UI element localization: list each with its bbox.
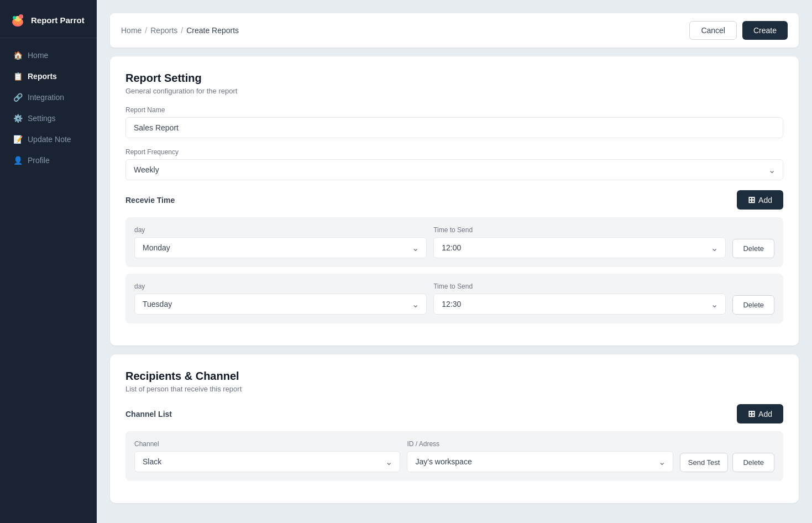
sidebar-item-profile-label: Profile (28, 156, 50, 165)
svg-point-4 (13, 16, 16, 19)
day-field-1: day Monday Tuesday Wednesday Thursday Fr… (134, 226, 427, 258)
channel-row-1: Channel Slack Email Teams ID / Adress Ja… (125, 431, 783, 481)
sidebar-item-home-label: Home (28, 51, 48, 60)
receive-time-section-header: Recevie Time ⊞ Add (125, 190, 783, 210)
add-receive-time-plus-icon: ⊞ (748, 195, 755, 205)
report-name-group: Report Name (125, 106, 783, 138)
integration-icon: 🔗 (13, 93, 22, 102)
channel-list-title: Channel List (125, 410, 172, 419)
app-name: Report Parrot (31, 15, 85, 25)
sidebar-item-integration[interactable]: 🔗 Integration (4, 87, 92, 107)
recipients-channel-card: Recipients & Channel List of person that… (110, 354, 799, 503)
id-select-wrapper-1: Jay's workspace General Notifications (407, 451, 673, 472)
channel-field-1: Channel Slack Email Teams (134, 440, 400, 472)
id-label-1: ID / Adress (407, 440, 673, 448)
reports-icon: 📋 (13, 72, 22, 81)
sidebar-item-home[interactable]: 🏠 Home (4, 45, 92, 65)
delete-time-row-1-button[interactable]: Delete (732, 239, 774, 258)
send-test-button-1[interactable]: Send Test (680, 453, 729, 472)
app-logo: Report Parrot (0, 0, 97, 38)
add-channel-button[interactable]: ⊞ Add (737, 404, 783, 423)
home-icon: 🏠 (13, 51, 22, 60)
channel-label-1: Channel (134, 440, 400, 448)
time-row-2-inner: day Monday Tuesday Wednesday Thursday Fr… (134, 283, 774, 315)
time-select-wrapper-1: 12:00 12:30 13:00 13:30 (433, 237, 726, 258)
sidebar-item-integration-label: Integration (28, 93, 64, 102)
breadcrumb-home[interactable]: Home (121, 26, 142, 35)
channel-row-1-inner: Channel Slack Email Teams ID / Adress Ja… (134, 440, 774, 472)
receive-time-title: Recevie Time (125, 196, 175, 205)
day-select-2[interactable]: Monday Tuesday Wednesday Thursday Friday… (134, 294, 427, 315)
time-to-send-label-1: Time to Send (433, 226, 726, 234)
time-to-send-field-2: Time to Send 12:00 12:30 13:00 13:30 (433, 283, 726, 315)
breadcrumb-create-reports: Create Reports (186, 26, 239, 35)
svg-point-3 (19, 14, 23, 19)
id-select-1[interactable]: Jay's workspace General Notifications (407, 451, 673, 472)
sidebar-item-settings[interactable]: ⚙️ Settings (4, 108, 92, 128)
channel-row-1-actions: Send Test Delete (680, 453, 774, 472)
report-frequency-label: Report Frequency (125, 148, 783, 156)
delete-time-row-2-button[interactable]: Delete (732, 295, 774, 315)
breadcrumb-actions: Cancel Create (689, 21, 788, 40)
report-name-input[interactable] (125, 117, 783, 138)
add-receive-time-button[interactable]: ⊞ Add (737, 190, 783, 210)
day-label-2: day (134, 283, 427, 290)
breadcrumb-reports[interactable]: Reports (150, 26, 177, 35)
main-content: Home / Reports / Create Reports Cancel C… (97, 0, 812, 523)
time-row-1-inner: day Monday Tuesday Wednesday Thursday Fr… (134, 226, 774, 258)
settings-icon: ⚙️ (13, 114, 22, 123)
report-frequency-select[interactable]: Daily Weekly Monthly (125, 159, 783, 180)
add-receive-time-label: Add (758, 196, 772, 205)
sidebar: Report Parrot 🏠 Home 📋 Reports 🔗 Integra… (0, 0, 97, 523)
sidebar-item-settings-label: Settings (28, 114, 56, 123)
recipients-channel-title: Recipients & Channel (125, 370, 783, 383)
day-field-2: day Monday Tuesday Wednesday Thursday Fr… (134, 283, 427, 315)
breadcrumb-sep-1: / (145, 26, 147, 35)
day-select-wrapper-1: Monday Tuesday Wednesday Thursday Friday… (134, 237, 427, 258)
time-row-2: day Monday Tuesday Wednesday Thursday Fr… (125, 274, 783, 323)
time-select-2[interactable]: 12:00 12:30 13:00 13:30 (433, 294, 726, 315)
sidebar-nav: 🏠 Home 📋 Reports 🔗 Integration ⚙️ Settin… (0, 38, 97, 523)
time-to-send-field-1: Time to Send 12:00 12:30 13:00 13:30 (433, 226, 726, 258)
sidebar-item-reports[interactable]: 📋 Reports (4, 66, 92, 86)
report-setting-subtitle: General configuration for the report (125, 87, 783, 95)
breadcrumb: Home / Reports / Create Reports (121, 26, 239, 35)
recipients-channel-subtitle: List of person that receive this report (125, 385, 783, 393)
time-select-wrapper-2: 12:00 12:30 13:00 13:30 (433, 294, 726, 315)
day-select-wrapper-2: Monday Tuesday Wednesday Thursday Friday… (134, 294, 427, 315)
sidebar-item-reports-label: Reports (28, 72, 57, 81)
channel-select-wrapper-1: Slack Email Teams (134, 451, 400, 472)
report-frequency-select-wrapper: Daily Weekly Monthly (125, 159, 783, 180)
update-note-icon: 📝 (13, 135, 22, 144)
add-channel-label: Add (758, 410, 772, 419)
report-setting-title: Report Setting (125, 72, 783, 85)
profile-icon: 👤 (13, 156, 22, 165)
sidebar-item-update-note[interactable]: 📝 Update Note (4, 129, 92, 149)
breadcrumb-bar: Home / Reports / Create Reports Cancel C… (110, 13, 799, 48)
day-label-1: day (134, 226, 427, 234)
sidebar-item-profile[interactable]: 👤 Profile (4, 150, 92, 170)
add-channel-plus-icon: ⊞ (748, 409, 755, 419)
delete-channel-row-1-button[interactable]: Delete (732, 453, 774, 472)
time-select-1[interactable]: 12:00 12:30 13:00 13:30 (433, 237, 726, 258)
breadcrumb-sep-2: / (181, 26, 183, 35)
report-name-label: Report Name (125, 106, 783, 114)
channel-select-1[interactable]: Slack Email Teams (134, 451, 400, 472)
time-row-1: day Monday Tuesday Wednesday Thursday Fr… (125, 217, 783, 267)
report-setting-card: Report Setting General configuration for… (110, 56, 799, 346)
id-field-1: ID / Adress Jay's workspace General Noti… (407, 440, 673, 472)
create-button[interactable]: Create (742, 21, 788, 40)
cancel-button[interactable]: Cancel (689, 21, 737, 40)
time-to-send-label-2: Time to Send (433, 283, 726, 290)
day-select-1[interactable]: Monday Tuesday Wednesday Thursday Friday… (134, 237, 427, 258)
sidebar-item-update-note-label: Update Note (28, 135, 71, 144)
report-frequency-group: Report Frequency Daily Weekly Monthly (125, 148, 783, 180)
channel-list-section-header: Channel List ⊞ Add (125, 404, 783, 423)
